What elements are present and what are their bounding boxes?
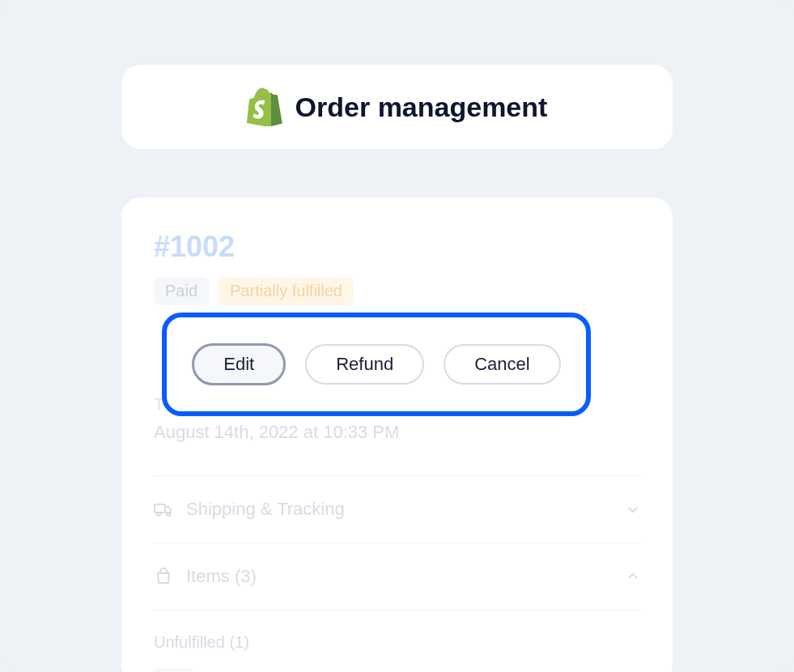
shopify-icon (247, 87, 282, 126)
actions-highlight: Edit Refund Cancel (162, 313, 591, 416)
page-title: Order management (295, 91, 548, 123)
header-card: Order management (121, 65, 673, 149)
edit-button[interactable]: Edit (192, 343, 286, 385)
svg-rect-0 (155, 504, 165, 513)
cancel-button[interactable]: Cancel (444, 344, 560, 385)
shipping-label: Shipping & Tracking (186, 499, 613, 520)
bag-icon (154, 567, 173, 586)
refund-button[interactable]: Refund (305, 344, 424, 385)
page-container: Order management Edit Refund Cancel #100… (0, 0, 794, 672)
status-badges: Paid Partially fulfilled (154, 277, 640, 305)
chevron-down-icon (626, 502, 640, 517)
order-timestamp: August 14th, 2022 at 10:33 PM (154, 422, 640, 443)
unfulfilled-label: Unfulfilled (1) (154, 633, 640, 652)
chevron-up-icon (626, 569, 640, 584)
svg-point-2 (167, 513, 170, 516)
items-section[interactable]: Items (3) (154, 566, 640, 610)
paid-badge: Paid (154, 277, 209, 305)
product-row[interactable]: 1490 BEX - Krople do oczu (154, 668, 640, 672)
items-label: Items (3) (186, 566, 613, 587)
divider (154, 475, 640, 476)
partial-fulfilled-badge: Partially fulfilled (219, 277, 354, 305)
product-thumbnail (154, 668, 193, 672)
order-number: #1002 (154, 230, 640, 264)
truck-icon (154, 500, 173, 519)
order-card: #1002 Paid Partially fulfilled T August … (121, 198, 673, 672)
svg-point-1 (157, 513, 160, 516)
shipping-section[interactable]: Shipping & Tracking (154, 499, 640, 543)
